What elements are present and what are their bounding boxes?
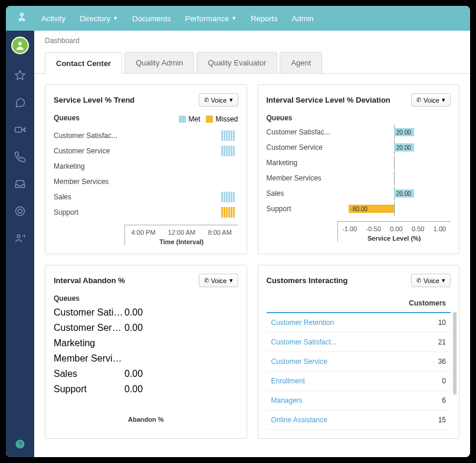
- caret-down-icon: ▼: [231, 15, 237, 21]
- queue-row: Customer Service20.00: [267, 140, 451, 155]
- queue-label: Customer Satisfac...: [54, 307, 124, 318]
- queue-row: Sales0.00: [54, 366, 238, 382]
- abandon-value: 0.00: [124, 384, 148, 395]
- queue-label: Sales: [54, 369, 124, 379]
- help-icon[interactable]: ?: [14, 438, 26, 450]
- voice-dropdown[interactable]: ✆Voice▾: [199, 93, 238, 107]
- customer-link[interactable]: Online Assistance: [267, 411, 380, 430]
- dev-bar-area: 20.00: [337, 142, 451, 153]
- queue-row: Support-80.00: [267, 201, 451, 216]
- panel-title: Interval Abandon %: [54, 276, 125, 285]
- tick: 0.00: [390, 225, 402, 232]
- video-icon[interactable]: [14, 124, 26, 136]
- phone-icon: ✆: [204, 97, 209, 103]
- voice-dropdown[interactable]: ✆Voice▾: [199, 274, 238, 287]
- person-sound-icon[interactable]: [14, 232, 26, 244]
- tab-quality-evaluator[interactable]: Quality Evaluator: [196, 52, 277, 73]
- caret-down-icon: ▼: [113, 15, 118, 21]
- deviation-chart: Customer Satisfac...20.00Customer Servic…: [267, 124, 451, 216]
- queue-label: Marketing: [54, 162, 124, 170]
- svg-rect-4: [15, 127, 22, 132]
- tick: 4:00 PM: [132, 229, 156, 236]
- queue-label: Customer Satisfac...: [267, 128, 337, 136]
- panel-customers: Customers Interacting ✆Voice▾ Customers …: [258, 265, 460, 439]
- nav-directory[interactable]: Directory▼: [80, 14, 118, 23]
- axis-label: Service Level (%): [338, 235, 451, 242]
- queue-label: Member Services: [54, 353, 124, 364]
- queue-row: Customer Satisfac...: [54, 128, 238, 143]
- app-window: Activity Directory▼ Documents Performanc…: [6, 6, 470, 457]
- deviation-bar: -80.00: [349, 205, 394, 213]
- caret-down-icon: ▾: [442, 96, 445, 104]
- phone-icon[interactable]: [14, 151, 26, 163]
- tab-agent[interactable]: Agent: [280, 52, 322, 73]
- avatar[interactable]: [11, 37, 29, 54]
- ring-icon[interactable]: [14, 205, 26, 217]
- queue-label: Customer Satisfac...: [54, 132, 124, 140]
- queue-row: Customer Service: [54, 143, 238, 159]
- queue-row: Member Services: [267, 170, 451, 186]
- voice-dropdown[interactable]: ✆Voice▾: [411, 93, 451, 107]
- queues-heading: Queues: [267, 114, 451, 122]
- table-row: Managers6: [267, 391, 451, 411]
- queue-row: Customer Service0.00: [54, 320, 238, 336]
- abandon-value: 0.00: [124, 323, 148, 333]
- queue-label: Customer Service: [54, 147, 124, 155]
- queue-row: Customer Satisfac...20.00: [267, 124, 451, 140]
- phone-icon: ✆: [416, 277, 421, 284]
- table-row: Customer Satisfact...21: [267, 333, 451, 352]
- svg-text:?: ?: [18, 441, 22, 448]
- customer-link[interactable]: Enrollment: [267, 372, 380, 391]
- nav-documents[interactable]: Documents: [132, 14, 171, 23]
- left-sidebar: ?: [6, 31, 34, 457]
- panel-title: Service Level % Trend: [54, 96, 134, 104]
- dev-bar-area: [337, 172, 451, 184]
- customers-table: Customers Customer Retention10Customer S…: [267, 294, 451, 430]
- tick: 1.00: [434, 225, 446, 232]
- nav-performance[interactable]: Performance▼: [185, 14, 237, 23]
- phone-icon: ✆: [416, 97, 421, 103]
- queue-label: Support: [54, 208, 124, 216]
- nav-reports[interactable]: Reports: [251, 14, 278, 23]
- svg-point-6: [18, 209, 22, 214]
- scrollbar[interactable]: [453, 312, 457, 395]
- tab-bar: Contact Center Quality Admin Quality Eva…: [34, 52, 470, 74]
- tab-contact-center[interactable]: Contact Center: [45, 52, 122, 74]
- logo-icon: [17, 12, 27, 25]
- top-nav: Activity Directory▼ Documents Performanc…: [6, 6, 470, 31]
- customer-link[interactable]: Customer Retention: [267, 313, 380, 333]
- queue-label: Marketing: [54, 338, 124, 349]
- bar-group: [124, 130, 238, 141]
- queue-label: Support: [54, 384, 124, 395]
- chart-legend: Queues Met Missed: [54, 114, 238, 124]
- tab-quality-admin[interactable]: Quality Admin: [124, 52, 194, 73]
- trend-chart: Customer Satisfac...Customer ServiceMark…: [54, 128, 238, 220]
- deviation-bar: 20.00: [394, 189, 414, 198]
- customer-link[interactable]: Managers: [267, 391, 380, 411]
- tick: 0.50: [412, 225, 424, 232]
- queue-label: Customer Service: [267, 143, 337, 152]
- star-icon[interactable]: [14, 70, 26, 81]
- panel-sl-deviation: Interval Service Level % Deviation ✆Voic…: [258, 84, 460, 254]
- queue-label: Support: [267, 205, 337, 213]
- main-content: Dashboard Contact Center Quality Admin Q…: [34, 31, 470, 457]
- queue-row: Sales: [54, 189, 238, 205]
- dev-bar-area: -80.00: [337, 203, 451, 215]
- dev-bar-area: 20.00: [337, 126, 451, 138]
- svg-point-7: [17, 235, 20, 238]
- queue-label: Member Services: [267, 174, 337, 182]
- table-row: Enrollment0: [267, 372, 451, 391]
- customer-count: 15: [380, 411, 451, 430]
- table-row: Online Assistance15: [267, 411, 451, 430]
- chat-icon[interactable]: [14, 97, 26, 109]
- inbox-icon[interactable]: [14, 178, 26, 190]
- customer-link[interactable]: Customer Service: [267, 352, 380, 372]
- table-row: Customer Retention10: [267, 313, 451, 333]
- nav-admin[interactable]: Admin: [292, 14, 314, 23]
- queues-heading: Queues: [54, 114, 80, 122]
- voice-dropdown[interactable]: ✆Voice▾: [411, 274, 451, 287]
- customer-link[interactable]: Customer Satisfact...: [267, 333, 380, 352]
- bar-group: [124, 192, 238, 202]
- nav-activity[interactable]: Activity: [41, 14, 65, 23]
- phone-icon: ✆: [204, 277, 209, 284]
